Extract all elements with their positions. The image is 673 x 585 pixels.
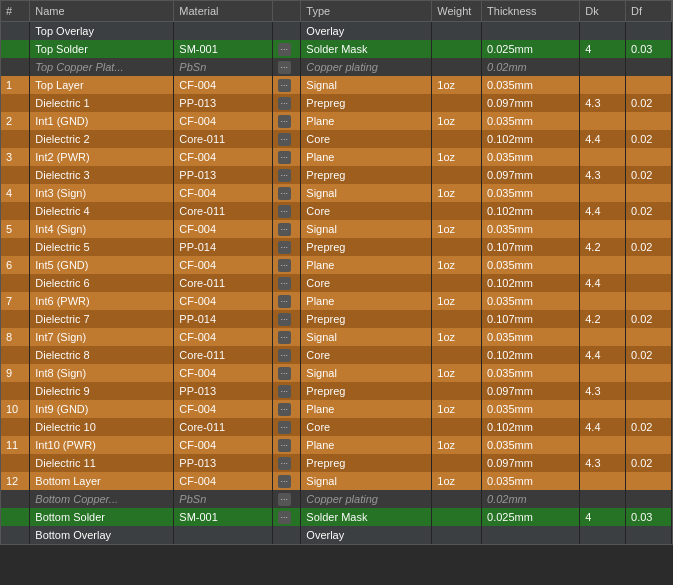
table-row[interactable]: 1Top LayerCF-004···Signal1oz0.035mm (1, 76, 672, 94)
table-row[interactable]: 12Bottom LayerCF-004···Signal1oz0.035mm (1, 472, 672, 490)
table-row[interactable]: Bottom Copper...PbSn···Copper plating0.0… (1, 490, 672, 508)
row-df: 0.02 (626, 94, 672, 112)
table-row[interactable]: 11Int10 (PWR)CF-004···Plane1oz0.035mm (1, 436, 672, 454)
type-selector-button[interactable]: ··· (278, 133, 292, 146)
row-name: Dielectric 2 (30, 130, 174, 148)
type-selector-button[interactable]: ··· (278, 475, 292, 488)
row-dk (580, 58, 626, 76)
row-dk: 4.4 (580, 274, 626, 292)
table-row[interactable]: Bottom SolderSM-001···Solder Mask0.025mm… (1, 508, 672, 526)
type-selector-button[interactable]: ··· (278, 277, 292, 290)
type-selector-button[interactable]: ··· (278, 349, 292, 362)
table-row[interactable]: Dielectric 4Core-011···Core0.102mm4.40.0… (1, 202, 672, 220)
table-row[interactable]: 7Int6 (PWR)CF-004···Plane1oz0.035mm (1, 292, 672, 310)
type-selector-button[interactable]: ··· (278, 187, 292, 200)
type-selector-button[interactable]: ··· (278, 313, 292, 326)
type-selector-button[interactable]: ··· (278, 151, 292, 164)
type-selector-button[interactable]: ··· (278, 439, 292, 452)
row-df (626, 382, 672, 400)
row-weight (432, 508, 482, 526)
row-type-btn[interactable]: ··· (272, 130, 301, 148)
type-selector-button[interactable]: ··· (278, 457, 292, 470)
row-type-btn[interactable]: ··· (272, 508, 301, 526)
row-type-btn[interactable]: ··· (272, 76, 301, 94)
row-type-btn[interactable]: ··· (272, 112, 301, 130)
table-row[interactable]: Bottom OverlayOverlay (1, 526, 672, 544)
row-type-btn[interactable]: ··· (272, 382, 301, 400)
table-row[interactable]: Dielectric 8Core-011···Core0.102mm4.40.0… (1, 346, 672, 364)
row-type-btn[interactable]: ··· (272, 310, 301, 328)
row-type-btn[interactable]: ··· (272, 184, 301, 202)
type-selector-button[interactable]: ··· (278, 61, 292, 74)
type-selector-button[interactable]: ··· (278, 79, 292, 92)
row-type-btn[interactable]: ··· (272, 436, 301, 454)
row-df (626, 364, 672, 382)
row-type-btn[interactable]: ··· (272, 166, 301, 184)
row-type-btn[interactable]: ··· (272, 472, 301, 490)
type-selector-button[interactable]: ··· (278, 169, 292, 182)
table-row[interactable]: Dielectric 6Core-011···Core0.102mm4.4 (1, 274, 672, 292)
row-type-btn[interactable]: ··· (272, 418, 301, 436)
row-type-btn[interactable]: ··· (272, 364, 301, 382)
row-type-btn[interactable]: ··· (272, 454, 301, 472)
table-row[interactable]: 9Int8 (Sign)CF-004···Signal1oz0.035mm (1, 364, 672, 382)
type-selector-button[interactable]: ··· (278, 115, 292, 128)
type-selector-button[interactable]: ··· (278, 403, 292, 416)
row-weight (432, 346, 482, 364)
type-selector-button[interactable]: ··· (278, 493, 292, 506)
row-type-btn[interactable]: ··· (272, 202, 301, 220)
type-selector-button[interactable]: ··· (278, 511, 292, 524)
row-type-btn[interactable]: ··· (272, 256, 301, 274)
table-row[interactable]: 3Int2 (PWR)CF-004···Plane1oz0.035mm (1, 148, 672, 166)
type-selector-button[interactable]: ··· (278, 241, 292, 254)
table-row[interactable]: Dielectric 1PP-013···Prepreg0.097mm4.30.… (1, 94, 672, 112)
table-row[interactable]: Top Copper Plat...PbSn···Copper plating0… (1, 58, 672, 76)
row-type-btn[interactable]: ··· (272, 328, 301, 346)
col-header-type: Type (301, 1, 432, 22)
table-row[interactable]: Dielectric 2Core-011···Core0.102mm4.40.0… (1, 130, 672, 148)
row-type-btn[interactable]: ··· (272, 292, 301, 310)
row-dk: 4.4 (580, 346, 626, 364)
type-selector-button[interactable]: ··· (278, 385, 292, 398)
table-row[interactable]: Dielectric 11PP-013···Prepreg0.097mm4.30… (1, 454, 672, 472)
table-row[interactable]: Dielectric 9PP-013···Prepreg0.097mm4.3 (1, 382, 672, 400)
type-selector-button[interactable]: ··· (278, 223, 292, 236)
row-type-btn[interactable]: ··· (272, 58, 301, 76)
type-selector-button[interactable]: ··· (278, 421, 292, 434)
row-type-btn[interactable]: ··· (272, 274, 301, 292)
table-row[interactable]: 2Int1 (GND)CF-004···Plane1oz0.035mm (1, 112, 672, 130)
row-type-btn[interactable]: ··· (272, 346, 301, 364)
table-row[interactable]: Dielectric 3PP-013···Prepreg0.097mm4.30.… (1, 166, 672, 184)
row-dk (580, 400, 626, 418)
table-row[interactable]: 10Int9 (GND)CF-004···Plane1oz0.035mm (1, 400, 672, 418)
row-type-btn[interactable]: ··· (272, 40, 301, 58)
table-row[interactable]: Dielectric 7PP-014···Prepreg0.107mm4.20.… (1, 310, 672, 328)
row-type-btn[interactable]: ··· (272, 400, 301, 418)
type-selector-button[interactable]: ··· (278, 367, 292, 380)
type-selector-button[interactable]: ··· (278, 205, 292, 218)
type-selector-button[interactable]: ··· (278, 331, 292, 344)
row-type-btn[interactable]: ··· (272, 148, 301, 166)
row-name: Int3 (Sign) (30, 184, 174, 202)
table-row[interactable]: 5Int4 (Sign)CF-004···Signal1oz0.035mm (1, 220, 672, 238)
table-row[interactable]: 8Int7 (Sign)CF-004···Signal1oz0.035mm (1, 328, 672, 346)
row-dk: 4.4 (580, 130, 626, 148)
table-row[interactable]: 6Int5 (GND)CF-004···Plane1oz0.035mm (1, 256, 672, 274)
table-row[interactable]: Top OverlayOverlay (1, 22, 672, 40)
row-thickness: 0.035mm (482, 472, 580, 490)
type-selector-button[interactable]: ··· (278, 295, 292, 308)
row-type-btn[interactable]: ··· (272, 220, 301, 238)
type-selector-button[interactable]: ··· (278, 97, 292, 110)
table-row[interactable]: Top SolderSM-001···Solder Mask0.025mm40.… (1, 40, 672, 58)
table-row[interactable]: Dielectric 10Core-011···Core0.102mm4.40.… (1, 418, 672, 436)
type-selector-button[interactable]: ··· (278, 43, 292, 56)
row-thickness (482, 526, 580, 544)
row-df (626, 58, 672, 76)
row-type-btn[interactable]: ··· (272, 490, 301, 508)
row-type-btn[interactable]: ··· (272, 94, 301, 112)
row-type-btn[interactable]: ··· (272, 238, 301, 256)
type-selector-button[interactable]: ··· (278, 259, 292, 272)
table-row[interactable]: 4Int3 (Sign)CF-004···Signal1oz0.035mm (1, 184, 672, 202)
row-thickness: 0.102mm (482, 346, 580, 364)
table-row[interactable]: Dielectric 5PP-014···Prepreg0.107mm4.20.… (1, 238, 672, 256)
